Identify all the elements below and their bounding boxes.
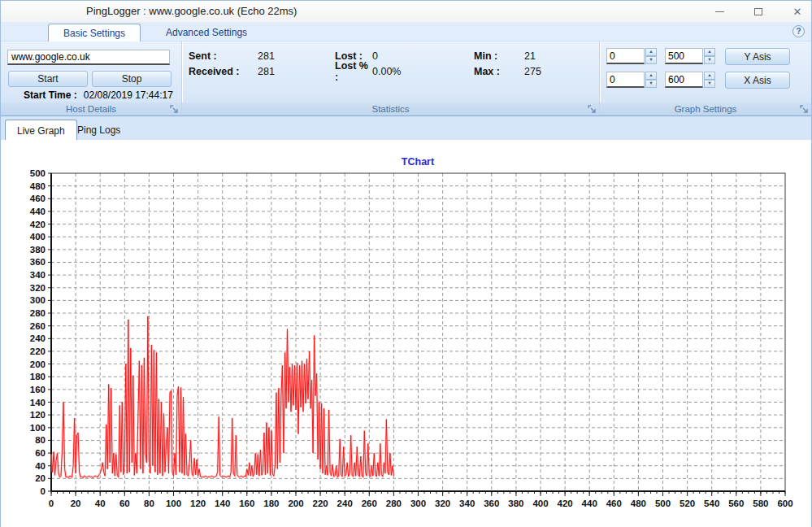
help-icon[interactable]: ? [792,25,805,37]
start-button[interactable]: Start [8,71,88,87]
dialog-launcher-icon[interactable] [588,105,597,114]
spin-up-icon[interactable]: ▲ [645,72,657,80]
x-max-input[interactable] [665,72,703,88]
x-axis-button[interactable]: X Asis [725,72,790,89]
x-tick-label: 580 [753,499,768,508]
y-axis-button[interactable]: Y Asis [725,48,790,65]
graph-settings-caption-label: Graph Settings [675,104,737,114]
title-bar: PingLogger : www.google.co.uk (Echo 22ms… [1,1,811,22]
stat-sent-value: 281 [258,50,335,62]
live-graph-panel: TChart 020406080100120140160180200220240… [1,140,811,527]
group-graph-settings: ▲▼ ▲▼ Y Asis ▲▼ ▲▼ X Asis Graph Settings [599,41,811,115]
x-min-spinner: ▲▼ [606,72,657,88]
x-max-spinner: ▲▼ [665,72,715,88]
x-tick-label: 480 [631,499,646,508]
y-max-spinner: ▲▼ [665,48,715,64]
maximize-icon [754,8,762,15]
x-tick-label: 180 [263,499,279,508]
y-tick-label: 200 [30,359,46,369]
x-tick-label: 600 [777,499,792,508]
x-tick-label: 340 [459,499,475,508]
x-tick-label: 200 [288,499,303,508]
x-tick-label: 380 [508,499,523,508]
tab-advanced-settings[interactable]: Advanced Settings [151,24,262,41]
group-host-details: Start Stop Start Time : 02/08/2019 17:44… [1,41,181,115]
dialog-launcher-icon[interactable] [170,105,179,114]
y-tick-label: 360 [30,257,46,267]
y-tick-label: 300 [30,295,46,305]
stat-max-value: 275 [524,66,597,77]
x-tick-label: 500 [655,499,671,508]
statistics-caption: Statistics [182,102,599,115]
y-tick-label: 500 [30,168,46,178]
y-tick-label: 0 [41,486,46,496]
host-input[interactable] [7,50,170,65]
y-tick-label: 480 [30,181,46,191]
spin-down-icon[interactable]: ▼ [704,56,715,64]
y-tick-label: 180 [30,372,46,381]
stop-button[interactable]: Stop [92,71,172,87]
x-tick-label: 100 [166,499,181,508]
stat-received-label: Received : [189,66,258,77]
x-tick-label: 460 [606,499,622,508]
group-statistics: Sent : 281 Lost : 0 Min : 21 Received : … [181,41,599,115]
x-tick-label: 160 [239,499,254,508]
spin-up-icon[interactable]: ▲ [704,48,715,56]
stat-min-label: Min : [474,50,524,62]
stat-sent-label: Sent : [189,50,258,62]
x-tick-label: 420 [558,499,573,508]
ping-chart[interactable]: 0204060801001201401601802002202402602803… [1,140,812,527]
spin-down-icon[interactable]: ▼ [645,80,657,88]
statistics-caption-label: Statistics [371,104,409,114]
x-min-input[interactable] [606,72,645,88]
y-max-input[interactable] [665,48,703,64]
tab-ping-logs[interactable]: Ping Logs [66,120,132,141]
x-tick-label: 540 [704,499,719,508]
minimize-button[interactable] [710,4,728,19]
x-tick-label: 120 [190,499,206,508]
x-tick-label: 560 [728,499,744,508]
y-tick-label: 60 [35,448,46,458]
y-tick-label: 460 [30,194,46,203]
y-tick-label: 400 [30,232,46,242]
y-tick-label: 260 [30,321,46,331]
spin-up-icon[interactable]: ▲ [704,72,715,80]
spin-down-icon[interactable]: ▼ [645,56,657,64]
y-min-input[interactable] [606,48,645,64]
start-time-value: 02/08/2019 17:44:17 [84,89,173,101]
x-tick-label: 280 [386,499,402,508]
start-time-row: Start Time : 02/08/2019 17:44:17 [24,89,173,101]
stat-min-value: 21 [524,50,597,62]
spin-up-icon[interactable]: ▲ [645,48,657,56]
x-tick-label: 40 [95,499,106,508]
close-button[interactable]: ✕ [788,4,806,19]
x-tick-label: 140 [215,499,230,508]
stat-lostpct-label: Lost % : [335,60,372,83]
y-tick-label: 140 [30,398,46,407]
view-tab-strip: Live Graph Ping Logs [1,115,811,140]
statistics-grid: Sent : 281 Lost : 0 Min : 21 Received : … [189,48,597,79]
y-tick-label: 120 [30,410,46,420]
y-tick-label: 320 [30,283,46,293]
y-tick-label: 80 [35,435,46,445]
x-tick-label: 520 [680,499,695,508]
y-tick-label: 220 [30,346,46,356]
y-tick-label: 40 [35,461,46,471]
y-tick-label: 440 [30,207,46,216]
window-title: PingLogger : www.google.co.uk (Echo 22ms… [86,5,297,17]
y-tick-label: 240 [30,333,46,343]
ribbon-tab-row: Basic Settings Advanced Settings ? [1,22,811,41]
start-time-label: Start Time : [24,89,77,101]
stat-lostpct-value: 0.00% [372,66,474,77]
ribbon: Start Stop Start Time : 02/08/2019 17:44… [1,41,811,115]
y-tick-label: 420 [30,220,46,229]
host-details-caption: Host Details [1,102,181,115]
x-tick-label: 360 [484,499,499,508]
maximize-button[interactable] [749,4,767,19]
stat-received-value: 281 [258,66,335,77]
spin-down-icon[interactable]: ▼ [704,80,715,88]
stat-lost-value: 0 [372,50,474,62]
y-tick-label: 340 [30,270,46,280]
dialog-launcher-icon[interactable] [800,105,809,114]
tab-basic-settings[interactable]: Basic Settings [48,24,141,41]
